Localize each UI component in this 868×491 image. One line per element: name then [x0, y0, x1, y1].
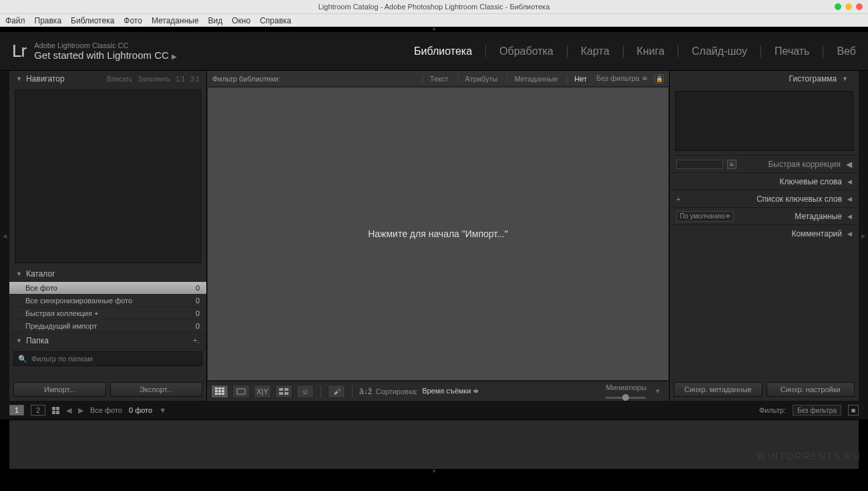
menu-photo[interactable]: Фото [124, 16, 142, 25]
filter-tab-none[interactable]: Нет [567, 75, 594, 83]
right-panel-toggle[interactable]: ▶ [859, 71, 868, 401]
module-develop[interactable]: Обработка [499, 45, 554, 57]
watermark: WINTORRENTS.RU [757, 451, 861, 462]
histogram-header[interactable]: Гистограмма▼ [670, 71, 859, 87]
keyword-list-header[interactable]: +Список ключевых слов◀ [670, 190, 859, 207]
module-picker: Библиотека Обработка Карта Книга Слайд-ш… [414, 45, 856, 57]
catalog-prev-import[interactable]: Предыдущий импорт0 [9, 320, 206, 333]
svg-rect-11 [284, 388, 288, 391]
breadcrumb[interactable]: Все фото [90, 406, 122, 414]
top-panel-toggle[interactable]: ▲ [0, 27, 868, 32]
histogram-display [675, 91, 853, 151]
minimize-button[interactable] [835, 3, 841, 10]
export-button[interactable]: Экспорт... [110, 382, 203, 397]
comments-header[interactable]: Комментарий◀ [670, 224, 859, 242]
catalog-header[interactable]: ▼Каталог [9, 266, 206, 282]
view-grid-icon[interactable] [211, 385, 228, 398]
menu-help[interactable]: Справка [260, 16, 291, 25]
view-loupe-icon[interactable] [232, 385, 250, 398]
photo-count: 0 фото [129, 406, 152, 414]
metadata-preset-select[interactable]: По умолчанию ≑ [676, 211, 734, 222]
module-library[interactable]: Библиотека [414, 45, 472, 57]
catalog-quick-collection[interactable]: Быстрая коллекция +0 [9, 307, 206, 320]
svg-rect-7 [218, 393, 221, 395]
menu-library[interactable]: Библиотека [71, 16, 114, 25]
left-panel-toggle[interactable]: ◀ [0, 71, 9, 401]
filmstrip-filter-label: Фильтр: [759, 406, 786, 414]
filter-tab-metadata[interactable]: Метаданные [507, 75, 564, 83]
view-survey-icon[interactable] [275, 385, 292, 398]
main-window-button[interactable]: 1 [9, 405, 24, 416]
nav-back-icon[interactable]: ◀ [66, 406, 71, 415]
filter-tab-text[interactable]: Текст [423, 75, 455, 83]
view-compare-icon[interactable]: X|Y [254, 385, 271, 398]
nav-3to1[interactable]: 3:1 [190, 75, 200, 83]
grid-toggle-icon[interactable] [52, 407, 59, 414]
nav-fill[interactable]: Заполнить [138, 75, 170, 83]
maximize-button[interactable] [845, 3, 852, 10]
painter-tool-icon[interactable]: 🖌 [328, 385, 345, 398]
nav-fit[interactable]: Вписать [107, 75, 132, 83]
sort-select[interactable]: Время съёмки ≑ [422, 387, 479, 395]
thumbnail-size-slider[interactable] [606, 397, 646, 399]
left-panel: ▼Навигатор Вписать Заполнить 1:1 3:1 ▼Ка… [9, 71, 207, 401]
catalog-list: Все фото0 Все синхронизированные фото0 Б… [9, 282, 206, 333]
svg-rect-9 [237, 389, 245, 394]
svg-rect-10 [279, 388, 283, 391]
svg-rect-1 [218, 387, 221, 389]
filmstrip-filter-select[interactable]: Без фильтра [793, 405, 841, 416]
svg-rect-4 [218, 390, 221, 392]
import-button[interactable]: Импорт... [13, 382, 106, 397]
keywording-header[interactable]: Ключевые слова◀ [670, 172, 859, 190]
menu-view[interactable]: Вид [208, 16, 223, 25]
filter-lock-icon[interactable]: 🔒 [654, 74, 664, 84]
menu-edit[interactable]: Правка [35, 16, 62, 25]
menu-file[interactable]: Файл [5, 16, 25, 25]
filter-preset[interactable]: Без фильтра ≑ [596, 74, 652, 83]
menu-metadata[interactable]: Метаданные [152, 16, 199, 25]
nav-forward-icon[interactable]: ▶ [78, 406, 83, 415]
filter-label: Фильтр библиотеки: [212, 75, 280, 83]
folder-filter-input[interactable]: 🔍 Фильтр по папкам [13, 351, 202, 366]
quick-develop-header[interactable]: Быстрая коррекция [768, 160, 841, 169]
secondary-toolbar: 1 2 ◀ ▶ Все фото 0 фото ▼ Фильтр: Без фи… [0, 401, 868, 420]
metadata-header[interactable]: По умолчанию ≑Метаданные◀ [670, 207, 859, 224]
center-area: Фильтр библиотеки: Текст Атрибуты Метада… [207, 71, 669, 401]
app-tagline[interactable]: Get started with Lightroom CC ▶ [34, 49, 177, 61]
empty-message: Нажмите для начала "Импорт..." [368, 228, 508, 239]
sort-direction-icon[interactable]: â↓ẑ [359, 387, 372, 396]
stepper-icon[interactable]: ≑ [727, 160, 736, 169]
filmstrip-filter-lock[interactable]: ■ [848, 405, 859, 416]
search-icon: 🔍 [18, 355, 27, 363]
sync-metadata-button[interactable]: Синхр. метаданные [674, 382, 763, 397]
window-controls [835, 3, 863, 10]
svg-rect-3 [215, 390, 218, 392]
module-print[interactable]: Печать [775, 45, 809, 57]
sync-settings-button[interactable]: Синхр. настройки [767, 382, 855, 397]
menu-window[interactable]: Окно [232, 16, 250, 25]
svg-rect-13 [284, 392, 288, 395]
module-web[interactable]: Веб [837, 45, 856, 57]
module-map[interactable]: Карта [581, 45, 610, 57]
center-toolbar: X|Y ☺ 🖌 â↓ẑ Сортировка: Время съёмки ≑ М… [207, 381, 669, 401]
view-people-icon[interactable]: ☺ [296, 385, 314, 398]
catalog-synced[interactable]: Все синхронизированные фото0 [9, 295, 206, 307]
filmstrip[interactable] [9, 420, 859, 469]
module-book[interactable]: Книга [637, 45, 664, 57]
close-button[interactable] [856, 3, 863, 10]
bottom-panel-toggle[interactable]: ▼ [0, 469, 868, 476]
filter-tab-attribute[interactable]: Атрибуты [458, 75, 505, 83]
navigator-header[interactable]: ▼Навигатор Вписать Заполнить 1:1 3:1 [9, 71, 206, 87]
add-folder-icon[interactable]: +. [193, 336, 200, 345]
svg-rect-5 [222, 390, 224, 392]
second-window-button[interactable]: 2 [31, 405, 45, 416]
nav-1to1[interactable]: 1:1 [176, 75, 185, 83]
folders-header[interactable]: ▼Папка +. [9, 333, 206, 349]
menu-bar: Файл Правка Библиотека Фото Метаданные В… [0, 13, 868, 27]
catalog-all-photos[interactable]: Все фото0 [9, 282, 206, 295]
module-slideshow[interactable]: Слайд-шоу [692, 45, 747, 57]
quick-slider[interactable] [676, 160, 723, 169]
grid-canvas[interactable]: Нажмите для начала "Импорт..." [207, 87, 669, 381]
navigator-preview [15, 90, 201, 263]
toolbar-menu-icon[interactable]: ▼ [650, 387, 665, 395]
